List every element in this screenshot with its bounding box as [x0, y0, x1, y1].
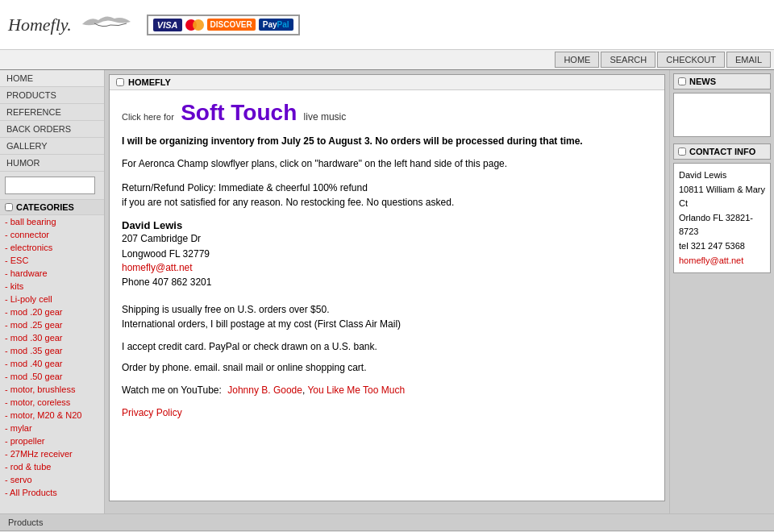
category-item-mod35[interactable]: - mod .35 gear [0, 344, 104, 357]
category-item-ball-bearing[interactable]: - ball bearing [0, 215, 104, 228]
left-sidebar: HOME PRODUCTS REFERENCE BACK ORDERS GALL… [0, 70, 105, 513]
order-text: Order by phone. email. snail mail or onl… [122, 360, 652, 375]
right-contact-tel: tel 321 247 5368 [679, 239, 765, 254]
categories-list: - ball bearing - connector - electronics… [0, 215, 104, 499]
right-sidebar: NEWS CONTACT INFO David Lewis 10811 Will… [669, 70, 774, 513]
youtube-link2[interactable]: You Like Me Too Much [307, 384, 405, 396]
category-item-mod40[interactable]: - mod .40 gear [0, 357, 104, 370]
privacy-policy-link[interactable]: Privacy Policy [122, 407, 182, 418]
nav-search-button[interactable]: SEARCH [601, 52, 655, 68]
contact-info-header: CONTACT INFO [673, 143, 771, 160]
youtube-line: Watch me on YouTube: Johnny B. Goode, Yo… [122, 383, 652, 397]
nav-checkout-button[interactable]: CHECKOUT [657, 52, 725, 68]
category-item-all-products[interactable]: - All Products [0, 486, 104, 499]
visa-icon: VISA [153, 19, 182, 31]
sidebar-item-products[interactable]: PRODUCTS [0, 87, 104, 104]
homefly-header: HOMEFLY [110, 75, 664, 90]
refund-line1: Return/Refund Policy: Immediate & cheerf… [122, 181, 652, 195]
shipping-text: Shipping is usually free on U.S. orders … [122, 302, 652, 317]
category-item-motor-m20n20[interactable]: - motor, M20 & N20 [0, 409, 104, 422]
category-item-mod50[interactable]: - mod .50 gear [0, 370, 104, 383]
contact-info-box: David Lewis 10811 William & Mary Ct Orla… [673, 163, 771, 273]
live-music-text: live music [304, 111, 347, 123]
homefly-checkbox[interactable] [116, 78, 124, 86]
homefly-content: Click here for Soft Touch live music I w… [110, 90, 664, 428]
news-checkbox[interactable] [678, 77, 686, 85]
category-item-connector[interactable]: - connector [0, 228, 104, 241]
categories-checkbox[interactable] [5, 203, 13, 211]
category-item-mylar[interactable]: - mylar [0, 422, 104, 434]
youtube-link1[interactable]: Johnny B. Goode [227, 384, 302, 396]
sidebar-item-home[interactable]: HOME [0, 70, 104, 87]
news-header: NEWS [673, 73, 771, 89]
right-contact-address: 10811 William & Mary Ct [679, 183, 765, 211]
page-header: Homefly. VISA DISCOVER PayPal [0, 0, 774, 50]
category-item-propeller[interactable]: - propeller [0, 434, 104, 447]
products-label: Products [8, 517, 43, 527]
category-item-27mhz[interactable]: - 27MHz receiver [0, 447, 104, 460]
notice-text: I will be organizing inventory from July… [122, 134, 652, 148]
discover-icon: DISCOVER [207, 19, 256, 31]
sidebar-item-back-orders[interactable]: BACK ORDERS [0, 121, 104, 138]
click-here-text: Click here for [122, 112, 174, 122]
category-item-hardware[interactable]: - hardware [0, 267, 104, 280]
sidebar-item-humor[interactable]: HUMOR [0, 155, 104, 172]
soft-touch-title: Soft Touch [181, 100, 297, 125]
contact-info-checkbox[interactable] [678, 148, 686, 156]
category-item-mod25[interactable]: - mod .25 gear [0, 318, 104, 331]
category-item-motor-coreless[interactable]: - motor, coreless [0, 396, 104, 409]
international-text: International orders, I bill postage at … [122, 317, 652, 331]
category-item-mod20[interactable]: - mod .20 gear [0, 305, 104, 318]
category-item-kits[interactable]: - kits [0, 280, 104, 293]
category-item-mod30[interactable]: - mod .30 gear [0, 331, 104, 344]
main-content: HOMEFLY Click here for Soft Touch live m… [105, 70, 669, 513]
news-content-box [673, 93, 771, 137]
right-contact-name: David Lewis [679, 168, 765, 183]
soft-touch-line: Click here for Soft Touch live music [122, 100, 652, 126]
sidebar-item-reference[interactable]: REFERENCE [0, 104, 104, 121]
sidebar-item-gallery[interactable]: GALLERY [0, 138, 104, 155]
phone-text: Phone 407 862 3201 [122, 275, 652, 290]
nav-home-button[interactable]: HOME [555, 52, 599, 68]
address-line2: Longwood FL 32779 [122, 247, 652, 262]
category-item-rod-tube[interactable]: - rod & tube [0, 460, 104, 473]
email-link[interactable]: homefly@att.net [122, 262, 193, 273]
products-bottom-bar: Products [0, 513, 774, 530]
contact-name: David Lewis [122, 219, 652, 231]
nav-email-button[interactable]: EMAIL [726, 52, 771, 68]
refund-line2: if you are not satisfied for any reason.… [122, 195, 652, 210]
paypal-icon: PayPal [259, 19, 293, 31]
right-contact-city: Orlando FL 32821-8723 [679, 211, 765, 239]
category-item-servo[interactable]: - servo [0, 473, 104, 486]
mastercard-icon [185, 19, 204, 31]
homefly-box: HOMEFLY Click here for Soft Touch live m… [109, 74, 665, 501]
logo-area: Homefly. [8, 12, 135, 38]
search-area [0, 172, 104, 199]
aeronca-text: For Aeronca Champ slowflyer plans, click… [122, 156, 652, 171]
category-item-lipoly[interactable]: - Li-poly cell [0, 293, 104, 305]
address-line1: 207 Cambridge Dr [122, 231, 652, 247]
payment-text: I accept credit card. PayPal or check dr… [122, 339, 652, 354]
search-input[interactable] [5, 177, 95, 194]
bird-svg [78, 12, 135, 36]
right-contact-email[interactable]: homefly@att.net [679, 256, 743, 265]
navbar: HOME SEARCH CHECKOUT EMAIL [0, 50, 774, 70]
categories-header: CATEGORIES [0, 199, 104, 215]
payment-icons: VISA DISCOVER PayPal [147, 15, 300, 35]
category-item-motor-brushless[interactable]: - motor, brushless [0, 383, 104, 396]
logo-bird-icon [78, 12, 135, 38]
category-item-electronics[interactable]: - electronics [0, 241, 104, 254]
main-layout: HOME PRODUCTS REFERENCE BACK ORDERS GALL… [0, 70, 774, 513]
category-item-esc[interactable]: - ESC [0, 254, 104, 267]
logo-text: Homefly. [8, 15, 72, 35]
